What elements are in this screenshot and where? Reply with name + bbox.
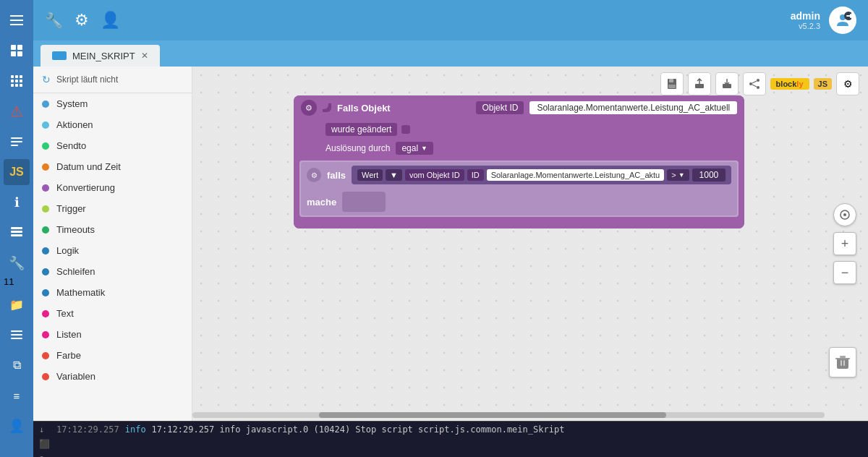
category-logik[interactable]: Logik bbox=[33, 240, 192, 261]
category-schleifen[interactable]: Schleifen bbox=[33, 261, 192, 282]
inner-objekt-value[interactable]: Solaranlage.Momentanwerte.Leistung_AC_ak… bbox=[487, 169, 665, 181]
zoom-out-button[interactable]: − bbox=[833, 261, 856, 284]
category-text[interactable]: Text bbox=[33, 303, 192, 324]
sidebar-icon-dashboard[interactable] bbox=[4, 38, 30, 64]
sidebar-icon-alert[interactable]: ⚠ bbox=[4, 98, 30, 124]
operator-value: > bbox=[671, 171, 676, 179]
wrench-icon[interactable]: 🔧 bbox=[45, 12, 63, 29]
svg-rect-19 bbox=[11, 227, 22, 229]
mache-inner-slot[interactable] bbox=[342, 192, 386, 212]
canvas-settings-button[interactable]: ⚙ bbox=[836, 72, 859, 95]
category-label: Schleifen bbox=[56, 266, 95, 277]
svg-rect-5 bbox=[11, 51, 16, 56]
canvas-controls: + − bbox=[833, 203, 856, 284]
block-gear-icon[interactable]: ⚙ bbox=[301, 100, 317, 116]
main-area: 🔧 ⚙ 👤 admin v5.2.3 bbox=[33, 0, 868, 457]
objekt-id-value[interactable]: Solaranlage.Momentanwerte.Leistung_AC_ak… bbox=[529, 101, 737, 114]
category-timeouts[interactable]: Timeouts bbox=[33, 219, 192, 240]
category-label: Konvertierung bbox=[56, 182, 115, 193]
zoom-center-button[interactable] bbox=[833, 203, 856, 226]
sidebar-icon-user[interactable]: 👤 bbox=[4, 413, 30, 439]
category-system[interactable]: System bbox=[33, 93, 192, 114]
category-farbe[interactable]: Farbe bbox=[33, 345, 192, 366]
svg-rect-12 bbox=[20, 80, 22, 82]
svg-point-36 bbox=[757, 86, 760, 89]
falls-gear-icon[interactable]: ⚙ bbox=[307, 168, 321, 182]
script-status-label: Skript läuft nicht bbox=[56, 74, 118, 85]
sidebar-icon-copy[interactable]: ⧉ bbox=[4, 352, 30, 378]
category-label: Logik bbox=[56, 245, 79, 256]
sidebar-icon-menu[interactable] bbox=[4, 7, 30, 33]
log-clear-icon[interactable]: ⊘ bbox=[39, 453, 52, 457]
category-listen[interactable]: Listen bbox=[33, 324, 192, 345]
tab-close-icon[interactable]: ✕ bbox=[141, 51, 148, 61]
trash-button[interactable] bbox=[829, 347, 856, 377]
svg-rect-16 bbox=[11, 137, 22, 139]
block-container: ⚙ Falls Objekt Objekt ID Solaranlage.Mom… bbox=[294, 95, 744, 228]
objekt-id-label-inner: ID bbox=[467, 169, 484, 181]
category-datum-zeit[interactable]: Datum und Zeit bbox=[33, 156, 192, 177]
category-label: Datum und Zeit bbox=[56, 161, 121, 172]
svg-rect-43 bbox=[835, 358, 850, 359]
svg-point-34 bbox=[757, 79, 760, 82]
category-mathematik[interactable]: Mathematik bbox=[33, 282, 192, 303]
export-button[interactable] bbox=[688, 72, 711, 95]
category-sendto[interactable]: Sendto bbox=[33, 135, 192, 156]
falls-inner-block[interactable]: ⚙ falls Wert ▼ vom Objekt ID ID bbox=[299, 161, 739, 217]
category-label: Mathematik bbox=[56, 287, 105, 298]
svg-rect-9 bbox=[20, 75, 22, 78]
left-sidebar: ⚠ JS ℹ 🔧 11 📁 ⧉ ≡ 👤 bbox=[0, 0, 33, 457]
sidebar-icon-list[interactable] bbox=[4, 322, 30, 348]
category-label: Sendto bbox=[56, 140, 86, 151]
person-icon[interactable]: 👤 bbox=[101, 11, 120, 30]
value-block[interactable]: Wert ▼ vom Objekt ID ID Solaranlage.Mome… bbox=[352, 166, 731, 184]
category-label: Listen bbox=[56, 329, 82, 340]
header-right: admin v5.2.3 bbox=[791, 7, 856, 34]
sidebar-icon-info[interactable]: ℹ bbox=[4, 189, 30, 215]
svg-line-37 bbox=[752, 81, 757, 83]
svg-rect-28 bbox=[850, 14, 851, 18]
sidebar-icon-code[interactable]: JS bbox=[4, 159, 30, 185]
category-dot bbox=[42, 121, 49, 129]
horizontal-scrollbar[interactable] bbox=[192, 412, 825, 418]
tab-script-icon bbox=[52, 51, 67, 60]
falls-objekt-block[interactable]: ⚙ Falls Objekt Objekt ID Solaranlage.Mom… bbox=[294, 95, 744, 228]
falls-label: falls bbox=[327, 170, 346, 181]
tab-mein-skript[interactable]: MEIN_SKRIPT ✕ bbox=[41, 45, 160, 67]
sidebar-icon-log[interactable] bbox=[4, 129, 30, 155]
category-aktionen[interactable]: Aktionen bbox=[33, 114, 192, 135]
sidebar-icon-events[interactable] bbox=[4, 220, 30, 246]
scrollbar-thumb[interactable] bbox=[319, 412, 667, 418]
category-sidebar: ↻ Skript läuft nicht System Aktionen Sen… bbox=[33, 67, 192, 421]
sidebar-icon-table[interactable]: ≡ bbox=[4, 383, 30, 409]
import-button[interactable] bbox=[715, 72, 739, 95]
svg-rect-6 bbox=[17, 51, 22, 56]
avatar[interactable] bbox=[829, 7, 856, 34]
save-button[interactable] bbox=[660, 72, 684, 95]
category-label: Timeouts bbox=[56, 224, 95, 235]
wert-dropdown[interactable]: ▼ bbox=[386, 169, 402, 181]
settings-icon[interactable]: ⚙ bbox=[75, 11, 89, 30]
sidebar-icon-adapters[interactable]: 🔧 11 bbox=[4, 250, 30, 287]
zoom-in-button[interactable]: + bbox=[833, 232, 856, 255]
auslosung-dropdown[interactable]: egal ▼ bbox=[396, 142, 433, 155]
share-button[interactable] bbox=[743, 72, 766, 95]
canvas-area[interactable]: blockly JS ⚙ ⚙ Falls Objekt bbox=[192, 67, 868, 421]
blockly-text: blockly bbox=[776, 80, 804, 88]
log-download-icon[interactable]: ↓ bbox=[39, 424, 52, 437]
log-stop-icon[interactable]: ⬛ bbox=[39, 439, 52, 452]
svg-point-35 bbox=[749, 82, 752, 85]
category-konvertierung[interactable]: Konvertierung bbox=[33, 177, 192, 198]
block-connector-left bbox=[323, 103, 331, 112]
category-trigger[interactable]: Trigger bbox=[33, 198, 192, 219]
adapters-badge: 11 bbox=[4, 276, 14, 287]
category-variablen[interactable]: Variablen bbox=[33, 366, 192, 387]
sidebar-icon-files[interactable]: 📁 bbox=[4, 291, 30, 317]
number-value[interactable]: 1000 bbox=[692, 168, 726, 181]
block-bottom-cap bbox=[294, 220, 744, 228]
refresh-icon[interactable]: ↻ bbox=[42, 74, 51, 85]
operator-dropdown[interactable]: > ▼ bbox=[667, 169, 689, 181]
sidebar-icon-apps[interactable] bbox=[4, 68, 30, 94]
svg-rect-2 bbox=[10, 24, 23, 25]
blockly-logo: blockly bbox=[770, 78, 809, 90]
